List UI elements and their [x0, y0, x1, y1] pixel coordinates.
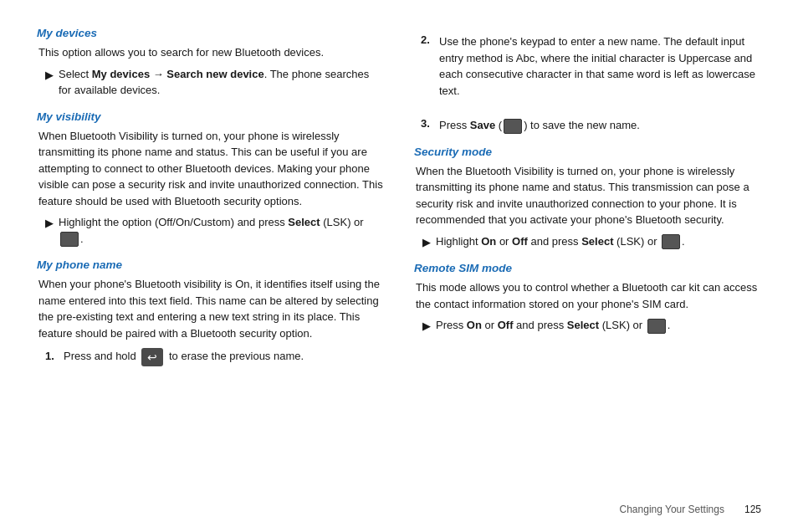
visibility-button-icon — [60, 232, 79, 247]
step2-item: 2. Use the phone's keypad to enter a new… — [421, 33, 761, 99]
bullet-arrow-2: ▶ — [45, 215, 54, 232]
security-mode-text: When the Bluetooth Visibility is turned … — [416, 165, 749, 227]
remote-sim-body: This mode allows you to control whether … — [414, 279, 761, 335]
security-mode-body: When the Bluetooth Visibility is turned … — [414, 163, 761, 251]
phone-name-step1: 1. Press and hold to erase the previous … — [45, 348, 384, 366]
footer-label: Changing Your Settings — [620, 504, 724, 515]
sim-on-bold: On — [467, 319, 482, 331]
step1-number: 1. — [45, 348, 57, 365]
section-remote-sim: Remote SIM mode This mode allows you to … — [414, 262, 761, 335]
section-step2: 2. Use the phone's keypad to enter a new… — [414, 27, 761, 99]
sim-off-bold: Off — [498, 319, 514, 331]
security-select-bold: Select — [581, 235, 613, 248]
my-visibility-body: When Bluetooth Visibility is turned on, … — [37, 128, 384, 248]
my-phone-name-text: When your phone's Bluetooth visibility i… — [38, 278, 380, 340]
page-container: My devices This option allows you to sea… — [0, 0, 798, 532]
section-step3: 3. Press Save () to save the new name. — [414, 110, 761, 134]
bullet-arrow-3: ▶ — [422, 234, 431, 251]
step3-button-icon — [504, 119, 522, 134]
visibility-select-bold: Select — [288, 216, 320, 228]
remote-sim-text: This mode allows you to control whether … — [416, 281, 757, 310]
step2-number: 2. — [421, 33, 432, 46]
back-button-icon — [141, 348, 163, 366]
my-phone-name-body: When your phone's Bluetooth visibility i… — [37, 276, 384, 366]
remote-sim-bullet-text: Press On or Off and press Select (LSK) o… — [436, 317, 670, 334]
step3-item: 3. Press Save () to save the new name. — [421, 117, 761, 134]
step3-number: 3. — [421, 117, 432, 130]
bullet-arrow-4: ▶ — [422, 318, 431, 335]
my-visibility-bullet: ▶ Highlight the option (Off/On/Custom) a… — [45, 214, 384, 247]
step3-text: Press Save () to save the new name. — [439, 117, 640, 134]
footer-page-number: 125 — [744, 504, 761, 515]
section-my-visibility: My visibility When Bluetooth Visibility … — [37, 110, 384, 248]
my-devices-bullet-text: Select My devices → Search new device. T… — [59, 66, 384, 99]
left-column: My devices This option allows you to sea… — [37, 27, 384, 505]
security-off-bold: Off — [512, 235, 528, 248]
my-visibility-title: My visibility — [37, 110, 384, 123]
remote-sim-bullet: ▶ Press On or Off and press Select (LSK)… — [422, 317, 761, 335]
sim-select-bold: Select — [567, 319, 599, 331]
bullet-arrow-1: ▶ — [45, 67, 54, 84]
my-phone-name-title: My phone name — [37, 258, 384, 271]
my-devices-title: My devices — [37, 27, 384, 39]
step3-save-bold: Save — [470, 119, 495, 131]
my-devices-bullet: ▶ Select My devices → Search new device.… — [45, 66, 384, 99]
section-my-devices: My devices This option allows you to sea… — [37, 27, 384, 99]
my-visibility-text: When Bluetooth Visibility is turned on, … — [38, 130, 383, 207]
page-footer: Changing Your Settings 125 — [620, 504, 761, 515]
security-on-bold: On — [481, 235, 496, 248]
my-devices-text: This option allows you to search for new… — [38, 46, 324, 59]
step2-text: Use the phone's keypad to enter a new na… — [439, 33, 761, 99]
security-mode-title: Security mode — [414, 146, 761, 158]
section-my-phone-name: My phone name When your phone's Bluetoot… — [37, 258, 384, 366]
security-mode-bullet-text: Highlight On or Off and press Select (LS… — [436, 233, 685, 250]
right-column: 2. Use the phone's keypad to enter a new… — [414, 27, 761, 505]
security-mode-bullet: ▶ Highlight On or Off and press Select (… — [422, 233, 761, 251]
section-security-mode: Security mode When the Bluetooth Visibil… — [414, 146, 761, 251]
sim-button-icon — [647, 319, 666, 334]
remote-sim-title: Remote SIM mode — [414, 262, 761, 274]
my-visibility-bullet-text: Highlight the option (Off/On/Custom) and… — [59, 214, 384, 247]
my-devices-bold: My devices → Search new device — [92, 68, 264, 80]
my-devices-body: This option allows you to search for new… — [37, 44, 384, 99]
security-button-icon — [662, 234, 680, 249]
step1-text: Press and hold to erase the previous nam… — [64, 348, 304, 366]
